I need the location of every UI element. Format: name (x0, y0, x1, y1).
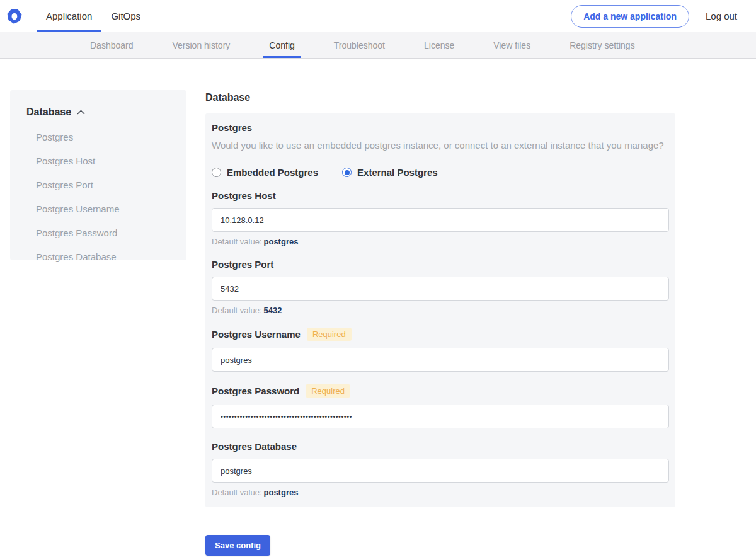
postgres-password-input[interactable] (212, 405, 669, 428)
field-postgres-port: Postgres Port Default value:5432 (212, 259, 669, 315)
tab-application[interactable]: Application (37, 0, 101, 32)
postgres-password-label: Postgres Password (212, 386, 299, 396)
sidebar-item-list: Postgres Postgres Host Postgres Port Pos… (36, 132, 186, 262)
default-value-label: Default value: (212, 306, 262, 315)
postgres-database-label: Postgres Database (212, 441, 297, 452)
config-groups-sidebar: Database Postgres Postgres Host Postgres… (10, 90, 186, 260)
postgres-username-input[interactable] (212, 348, 669, 372)
default-value-label: Default value: (212, 488, 262, 497)
app-logo-icon (6, 8, 23, 25)
sidebar-item-postgres[interactable]: Postgres (36, 132, 186, 142)
radio-external-postgres[interactable]: External Postgres (342, 167, 438, 178)
add-new-application-button[interactable]: Add a new application (571, 5, 689, 28)
postgres-mode-radio-group: Embedded Postgres External Postgres (212, 167, 669, 178)
sidebar-group-database[interactable]: Database (26, 106, 186, 118)
required-badge: Required (307, 328, 352, 341)
default-value-text: 5432 (264, 306, 282, 315)
sidebar-item-postgres-database[interactable]: Postgres Database (36, 251, 186, 262)
postgres-port-default: Default value:5432 (212, 306, 669, 315)
top-navigation-bar: Application GitOps Add a new application… (0, 0, 756, 32)
postgres-help-text: Would you like to use an embedded postgr… (212, 139, 669, 152)
app-logo[interactable] (6, 0, 23, 32)
postgres-host-default: Default value:postgres (212, 237, 669, 246)
subnav-tab-troubleshoot[interactable]: Troubleshoot (328, 32, 391, 58)
top-nav-tabs: Application GitOps (37, 0, 150, 32)
postgres-group-label: Postgres (212, 122, 669, 133)
chevron-up-icon (77, 110, 85, 115)
sidebar-item-postgres-port[interactable]: Postgres Port (36, 180, 186, 190)
postgres-port-input[interactable] (212, 277, 669, 301)
logout-link[interactable]: Log out (706, 11, 737, 21)
radio-embedded-postgres[interactable]: Embedded Postgres (212, 167, 318, 178)
subnav-tab-view-files[interactable]: View files (487, 32, 537, 58)
sidebar-item-postgres-password[interactable]: Postgres Password (36, 227, 186, 238)
radio-external-postgres-label: External Postgres (357, 167, 438, 178)
tab-application-label: Application (46, 11, 92, 21)
app-subnav-bar: Dashboard Version history Config Trouble… (0, 32, 756, 59)
config-page: Database Postgres Postgres Host Postgres… (0, 59, 756, 556)
required-badge: Required (306, 384, 350, 398)
default-value-text: postgres (264, 237, 299, 246)
field-postgres-host: Postgres Host Default value:postgres (212, 190, 669, 246)
postgres-host-input[interactable] (212, 208, 669, 232)
sidebar-item-postgres-host[interactable]: Postgres Host (36, 156, 186, 166)
subnav-tab-license[interactable]: License (418, 32, 461, 58)
postgres-database-input[interactable] (212, 459, 669, 483)
sidebar-group-database-label: Database (26, 106, 71, 118)
tab-gitops-label: GitOps (111, 11, 140, 21)
radio-embedded-postgres-label: Embedded Postgres (227, 167, 318, 178)
default-value-label: Default value: (212, 237, 262, 246)
subnav-tab-registry-settings[interactable]: Registry settings (563, 32, 641, 58)
subnav-tab-version-history[interactable]: Version history (166, 32, 237, 58)
postgres-database-default: Default value:postgres (212, 488, 669, 497)
radio-unselected-icon (212, 168, 221, 177)
field-postgres-username: Postgres Username Required (212, 328, 669, 372)
subnav-tab-dashboard[interactable]: Dashboard (84, 32, 140, 58)
postgres-username-label: Postgres Username (212, 329, 301, 340)
database-config-panel: Postgres Would you like to use an embedd… (205, 113, 675, 507)
radio-selected-icon (342, 168, 352, 177)
field-postgres-database: Postgres Database Default value:postgres (212, 441, 669, 497)
topnav-spacer (150, 0, 571, 32)
sidebar-item-postgres-username[interactable]: Postgres Username (36, 204, 186, 214)
tab-gitops[interactable]: GitOps (101, 0, 150, 32)
postgres-port-label: Postgres Port (212, 259, 273, 270)
postgres-host-label: Postgres Host (212, 190, 276, 201)
default-value-text: postgres (264, 488, 299, 497)
field-postgres-password: Postgres Password Required (212, 384, 669, 428)
save-config-button[interactable]: Save config (205, 535, 270, 556)
subnav-tab-config[interactable]: Config (263, 32, 301, 58)
config-main-area: Database Postgres Would you like to use … (205, 92, 675, 556)
page-title: Database (205, 92, 675, 103)
